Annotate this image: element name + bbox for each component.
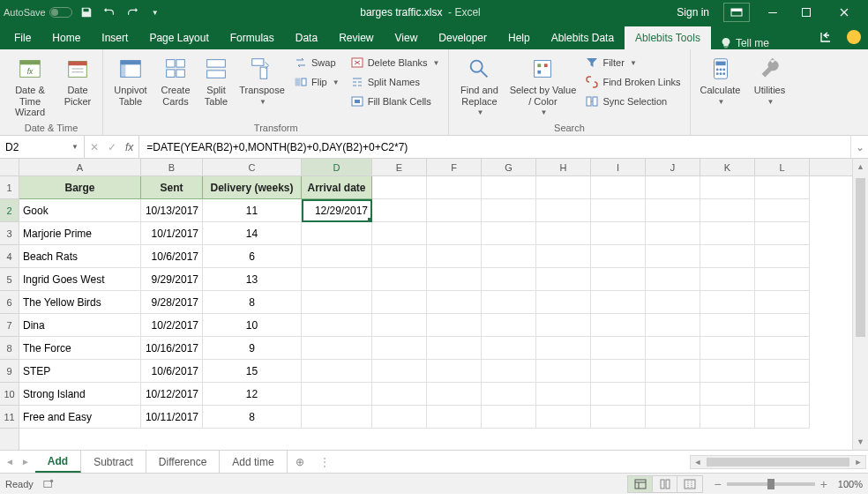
cell[interactable]: Beach Rats [19,245,141,268]
cell[interactable]: Marjorie Prime [19,222,141,245]
cancel-formula-button[interactable]: ✕ [90,141,99,153]
split-names-button[interactable]: Split Names [347,72,444,92]
insert-function-button[interactable]: fx [125,141,133,153]
find-broken-links-button[interactable]: Find Broken Links [581,72,684,92]
column-header[interactable]: K [700,159,755,175]
cell[interactable] [536,245,591,268]
tab-formulas[interactable]: Formulas [220,26,285,49]
maximize-button[interactable] [790,0,822,25]
cell[interactable] [372,337,427,360]
cell[interactable] [536,222,591,245]
share-button[interactable] [812,25,840,49]
cell[interactable] [482,176,536,199]
cell[interactable] [700,383,755,406]
sheet-tab[interactable]: Add [35,451,81,473]
scroll-right-button[interactable]: ► [851,458,865,466]
cell[interactable] [427,222,482,245]
cell[interactable]: 12 [203,383,302,406]
cell[interactable]: 10/1/2017 [141,222,203,245]
cell[interactable] [700,199,755,222]
cell[interactable]: 11 [203,199,302,222]
cell[interactable] [536,176,591,199]
close-button[interactable] [824,0,864,25]
column-header[interactable]: H [536,159,591,175]
row-header[interactable]: 2 [0,199,19,222]
sync-selection-button[interactable]: Sync Selection [581,92,684,111]
cell[interactable] [482,199,536,222]
flip-button[interactable]: Flip ▼ [290,72,343,92]
tab-insert[interactable]: Insert [91,26,138,49]
page-break-view-button[interactable] [677,476,702,492]
scroll-thumb[interactable] [707,458,849,466]
cell[interactable]: 10/6/2017 [141,360,203,383]
sheet-separator[interactable]: ⋮ [312,456,337,468]
cell[interactable] [646,245,700,268]
cell[interactable] [302,245,372,268]
cell[interactable] [372,383,427,406]
cell[interactable] [755,383,810,406]
scroll-thumb[interactable] [856,178,865,337]
cell[interactable] [427,199,482,222]
cell[interactable] [427,314,482,337]
cell[interactable] [646,222,700,245]
zoom-slider[interactable] [727,482,815,486]
cell[interactable] [536,291,591,314]
zoom-out-button[interactable]: − [714,477,721,491]
cell[interactable]: Ingrid Goes West [19,268,141,291]
cell[interactable] [755,406,810,429]
cell[interactable]: 10/13/2017 [141,199,203,222]
cell[interactable] [646,176,700,199]
column-header[interactable]: D [302,159,372,175]
cell[interactable]: 9/29/2017 [141,268,203,291]
minimize-button[interactable] [757,0,789,25]
tab-developer[interactable]: Developer [428,26,498,49]
cell[interactable] [427,245,482,268]
tab-ablebits-data[interactable]: Ablebits Data [541,26,625,49]
cell[interactable]: 12/29/2017 [302,199,372,222]
column-header[interactable]: G [482,159,536,175]
cell[interactable]: The Force [19,337,141,360]
cell[interactable] [700,314,755,337]
zoom-level[interactable]: 100% [838,479,863,489]
zoom-in-button[interactable]: + [820,477,827,491]
new-sheet-button[interactable]: ⊕ [288,456,312,468]
cell[interactable]: 6 [203,245,302,268]
cell[interactable] [700,406,755,429]
sign-in-link[interactable]: Sign in [677,6,709,19]
cell[interactable] [700,360,755,383]
sheet-nav[interactable]: ◄► [0,457,35,466]
scroll-down-button[interactable]: ▼ [853,434,868,450]
row-header[interactable]: 9 [0,360,19,383]
cell[interactable] [536,406,591,429]
cell[interactable] [755,360,810,383]
cell[interactable] [372,314,427,337]
tab-help[interactable]: Help [498,26,541,49]
cell[interactable] [700,268,755,291]
cell[interactable]: Gook [19,199,141,222]
cell[interactable] [302,406,372,429]
save-button[interactable] [78,4,95,21]
cells[interactable]: BargeSentDelivery (weeks)Arrival dateGoo… [19,176,852,450]
cell[interactable]: Barge [19,176,141,199]
cell[interactable] [427,337,482,360]
cell[interactable] [427,291,482,314]
cell[interactable] [302,222,372,245]
cell[interactable] [700,291,755,314]
cell[interactable] [536,268,591,291]
cell[interactable]: Free and Easy [19,406,141,429]
vertical-scrollbar[interactable]: ▲ ▼ [852,159,868,450]
cell[interactable] [427,268,482,291]
cell[interactable] [302,314,372,337]
tab-ablebits-tools[interactable]: Ablebits Tools [625,26,711,49]
cell[interactable] [372,176,427,199]
cell[interactable] [536,314,591,337]
cell[interactable] [372,245,427,268]
cell[interactable] [700,245,755,268]
cell[interactable] [755,222,810,245]
cell[interactable]: Sent [141,176,203,199]
cell[interactable]: 8 [203,406,302,429]
tab-review[interactable]: Review [328,26,384,49]
cell[interactable] [646,383,700,406]
create-cards-button[interactable]: Create Cards [156,53,195,108]
sheet-tab[interactable]: Add time [220,451,287,473]
